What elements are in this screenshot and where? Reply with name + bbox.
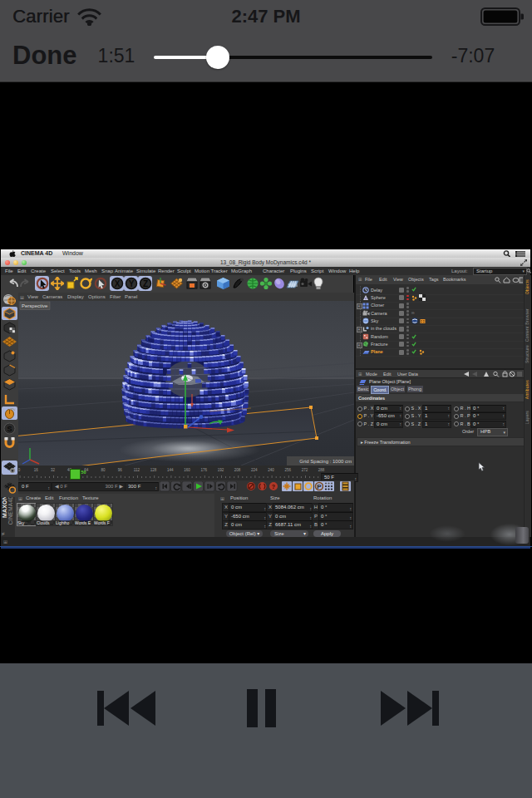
svg-text:X: X <box>115 279 121 288</box>
svg-text:Perspective: Perspective <box>22 303 48 308</box>
svg-text:S: S <box>7 425 12 433</box>
svg-text:P: P <box>317 483 322 490</box>
svg-text:Grid Spacing : 1000 cm: Grid Spacing : 1000 cm <box>299 459 352 464</box>
svg-text:?: ? <box>272 484 275 490</box>
svg-text:Z: Z <box>143 279 148 288</box>
svg-text:Y: Y <box>129 279 135 288</box>
